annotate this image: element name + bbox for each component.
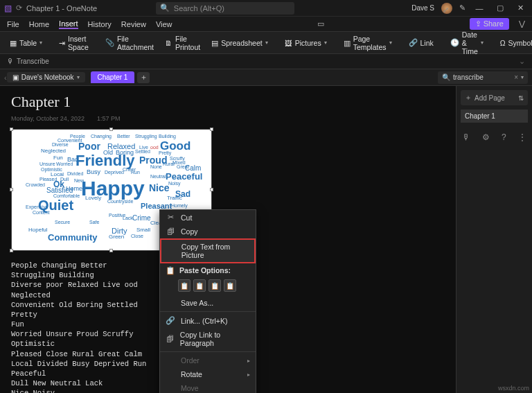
paste-option-2[interactable]: 📋 (193, 279, 206, 292)
copy-link-icon: 🗐 (166, 335, 175, 343)
insert-space-button[interactable]: ⇥ Insert Space (55, 33, 93, 53)
ctx-link[interactable]: 🔗Link... (Ctrl+K) (160, 313, 256, 328)
add-section-button[interactable]: ＋ (137, 72, 150, 83)
expand-icon[interactable]: ⤢ (443, 6, 449, 15)
copy-icon: 🗐 (166, 227, 175, 236)
paste-option-1[interactable]: 📋 (178, 279, 190, 292)
date-time-button[interactable]: 🕒 Date & Time ▾ (446, 28, 488, 58)
maximize-button[interactable]: ▢ (493, 3, 507, 12)
user-name[interactable]: Dave S (411, 4, 434, 12)
menu-history[interactable]: History (88, 20, 112, 28)
ctx-copy-text-from-picture[interactable]: Copy Text from Picture (160, 238, 256, 263)
paste-option-3[interactable]: 📋 (209, 279, 221, 292)
ctx-paste-header: 📋Paste Options: (160, 263, 256, 278)
paste-icon: 📋 (166, 266, 175, 274)
find-options[interactable]: ▾ (521, 74, 524, 80)
add-page-button[interactable]: ＋ Add Page ⇅ (461, 90, 528, 105)
notebook-selector[interactable]: ▣ Dave's Notebook ▾ (7, 72, 85, 82)
search-icon: 🔍 (160, 3, 170, 12)
ctx-move[interactable]: Move (160, 381, 256, 393)
menu-view[interactable]: View (156, 20, 172, 28)
page-date: Monday, October 24, 2022 (11, 115, 85, 122)
menu-home[interactable]: Home (29, 20, 49, 28)
context-menu: ✂Cut 🗐Copy Copy Text from Picture 📋Paste… (159, 209, 256, 393)
ctx-copy-link[interactable]: 🗐Copy Link to Paragraph (160, 328, 256, 350)
minimize-button[interactable]: — (472, 4, 486, 12)
spreadsheet-button[interactable]: ▤ Spreadsheet ▾ (207, 37, 272, 49)
attribution: wsxdn.com (498, 385, 529, 392)
file-printout-button[interactable]: 🗎 File Printout (161, 33, 204, 53)
find-icon: 🔍 (442, 73, 450, 81)
transcribe-button[interactable]: 🎙 Transcribe (7, 58, 49, 65)
ctx-cut[interactable]: ✂Cut (160, 210, 256, 225)
app-icon: ▧ (4, 3, 12, 13)
share-icon: ⇪ (475, 19, 481, 28)
search-placeholder: Search (Alt+Q) (174, 4, 224, 12)
ctx-order[interactable]: Order▸ (160, 353, 256, 367)
section-tab[interactable]: Chapter 1 (91, 71, 135, 83)
pen-icon[interactable]: ✎ (459, 3, 466, 12)
search-box[interactable]: 🔍 Search (Alt+Q) (156, 2, 294, 15)
page-title[interactable]: Chapter 1 (11, 93, 445, 111)
link-button[interactable]: 🔗 Link (405, 36, 438, 49)
subbar-chevron[interactable]: ⌄ (519, 57, 525, 66)
titlebar: ▧ ⟳ Chapter 1 - OneNote 🔍 Search (Alt+Q)… (0, 0, 532, 17)
close-button[interactable]: ✕ (514, 3, 528, 12)
main: Chapter 1 Monday, October 24, 2022 1:57 … (0, 86, 532, 393)
menu-review[interactable]: Review (121, 20, 146, 28)
menu-insert[interactable]: Insert (59, 19, 78, 29)
ctx-rotate[interactable]: Rotate▸ (160, 367, 256, 381)
ctx-save-as[interactable]: Save As... (160, 296, 256, 310)
autosave-icon[interactable]: ⟳ (16, 3, 22, 12)
more-icon[interactable]: ⋁ (519, 19, 525, 28)
menu-file[interactable]: File (7, 20, 19, 28)
mic-icon[interactable]: 🎙 (462, 132, 470, 142)
page-list-panel: ＋ Add Page ⇅ Chapter 1 🎙 ⚙ ? ⋮ (456, 86, 532, 393)
present-icon[interactable]: ▭ (317, 19, 324, 28)
page-time: 1:57 PM (97, 115, 121, 122)
help-icon[interactable]: ? (502, 132, 506, 142)
ribbon-toolbar: ▦ Table ▾ ⇥ Insert Space 📎 File Attachme… (0, 32, 532, 54)
symbol-button[interactable]: Ω Symbol ▾ (496, 37, 532, 49)
file-attachment-button[interactable]: 📎 File Attachment (101, 33, 158, 53)
page-date-row: Monday, October 24, 2022 1:57 PM (11, 115, 445, 122)
link-icon: 🔗 (166, 316, 175, 325)
window-title: Chapter 1 - OneNote (26, 4, 97, 12)
cut-icon: ✂ (166, 213, 175, 222)
page-templates-button[interactable]: ▥ Page Templates ▾ (339, 33, 396, 53)
ctx-copy[interactable]: 🗐Copy (160, 225, 256, 238)
paste-option-4[interactable]: 📋 (224, 279, 236, 292)
page-list-item[interactable]: Chapter 1 (461, 110, 528, 123)
paste-options-row: 📋 📋 📋 📋 (160, 278, 256, 296)
gear-icon[interactable]: ⚙ (482, 132, 490, 142)
panel-more-icon[interactable]: ⋮ (518, 132, 526, 142)
tabs-row: ‹ ▣ Dave's Notebook ▾ Chapter 1 ＋ 🔍 tran… (0, 69, 532, 86)
pictures-button[interactable]: 🖼 Pictures ▾ (281, 37, 331, 49)
sort-icon[interactable]: ⇅ (518, 94, 524, 102)
clear-find-icon[interactable]: × (514, 73, 518, 81)
find-box[interactable]: 🔍 transcribe × ▾ (438, 71, 528, 84)
table-button[interactable]: ▦ Table ▾ (6, 37, 46, 49)
